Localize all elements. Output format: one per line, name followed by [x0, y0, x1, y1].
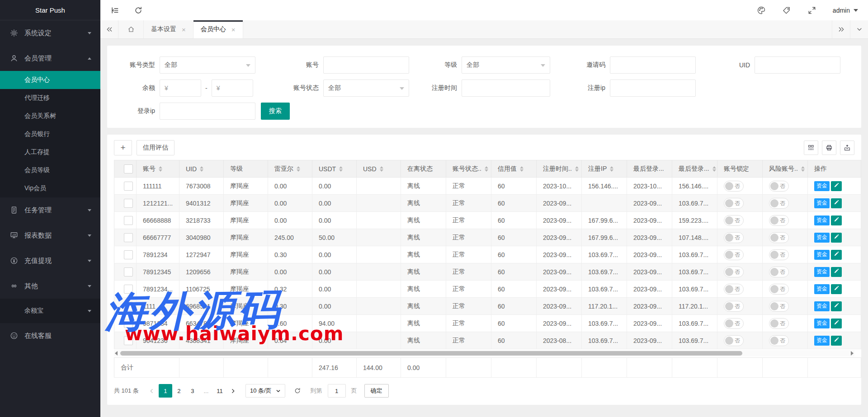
- tab-close-icon[interactable]: ×: [182, 26, 186, 33]
- print-icon[interactable]: [822, 141, 836, 155]
- lock-toggle[interactable]: 否: [724, 249, 744, 260]
- sort-icon[interactable]: [339, 166, 343, 172]
- row-checkbox[interactable]: [124, 319, 133, 328]
- login-ip-input[interactable]: [160, 103, 255, 120]
- sidebar-item-9[interactable]: 任务管理: [0, 197, 100, 223]
- register-ip-input[interactable]: [610, 80, 696, 97]
- balance-max-input[interactable]: [212, 80, 253, 97]
- tab-basic-settings[interactable]: 基本设置 ×: [144, 20, 193, 38]
- fund-button[interactable]: 资金: [814, 181, 830, 191]
- row-checkbox[interactable]: [124, 233, 133, 242]
- account-type-select[interactable]: 全部: [160, 56, 255, 74]
- fund-button[interactable]: 资金: [814, 216, 830, 225]
- sort-icon[interactable]: [712, 166, 716, 172]
- add-button[interactable]: +: [114, 140, 132, 155]
- admin-dropdown[interactable]: admin: [833, 7, 858, 14]
- risk-toggle[interactable]: 否: [769, 198, 789, 209]
- next-page-button[interactable]: [226, 384, 240, 398]
- risk-toggle[interactable]: 否: [769, 267, 789, 277]
- row-checkbox[interactable]: [124, 267, 133, 276]
- row-checkbox[interactable]: [124, 216, 133, 225]
- select-all-checkbox[interactable]: [124, 164, 133, 173]
- prev-page-button[interactable]: [145, 384, 159, 398]
- lock-toggle[interactable]: 否: [724, 181, 744, 192]
- sort-icon[interactable]: [200, 166, 203, 172]
- scrollbar-thumb[interactable]: [120, 351, 742, 356]
- sidebar-item-12[interactable]: 其他: [0, 273, 100, 299]
- risk-toggle[interactable]: 否: [769, 215, 789, 226]
- column-header-5[interactable]: USD: [357, 160, 401, 178]
- account-status-select[interactable]: 全部: [323, 80, 409, 97]
- risk-toggle[interactable]: 否: [769, 335, 789, 346]
- balance-min-input[interactable]: [160, 80, 201, 97]
- edit-button[interactable]: [831, 216, 842, 225]
- scroll-right-arrow-icon[interactable]: [851, 351, 854, 356]
- sort-icon[interactable]: [485, 166, 488, 172]
- sidebar-item-8[interactable]: Vip会员: [0, 179, 100, 197]
- sort-icon[interactable]: [575, 166, 579, 172]
- sidebar-item-14[interactable]: 在线客服: [0, 323, 100, 348]
- lock-toggle[interactable]: 否: [724, 301, 744, 312]
- fund-button[interactable]: 资金: [814, 198, 830, 208]
- lock-toggle[interactable]: 否: [724, 267, 744, 277]
- column-header-8[interactable]: 信用值: [491, 160, 537, 178]
- tag-icon[interactable]: [782, 6, 791, 15]
- sidebar-item-5[interactable]: 会员银行: [0, 125, 100, 143]
- menu-collapse-icon[interactable]: [110, 6, 119, 15]
- sidebar-item-3[interactable]: 代理迁移: [0, 89, 100, 107]
- edit-button[interactable]: [831, 319, 842, 328]
- sidebar-item-11[interactable]: 充值提现: [0, 248, 100, 273]
- column-header-3[interactable]: 雷亚尔: [268, 160, 312, 178]
- sort-icon[interactable]: [610, 166, 613, 172]
- fullscreen-icon[interactable]: [807, 6, 816, 15]
- edit-button[interactable]: [831, 301, 842, 311]
- page-button-3[interactable]: 3: [186, 384, 199, 398]
- row-checkbox[interactable]: [124, 199, 133, 208]
- lock-toggle[interactable]: 否: [724, 198, 744, 209]
- invite-code-input[interactable]: [610, 56, 696, 74]
- home-tab[interactable]: [118, 20, 144, 38]
- lock-toggle[interactable]: 否: [724, 335, 744, 346]
- goto-page-input[interactable]: [328, 384, 346, 398]
- row-checkbox[interactable]: [124, 250, 133, 259]
- fund-button[interactable]: 资金: [814, 301, 830, 311]
- sort-icon[interactable]: [297, 166, 300, 172]
- tab-member-center[interactable]: 会员中心 ×: [193, 20, 243, 38]
- risk-toggle[interactable]: 否: [769, 318, 789, 329]
- edit-button[interactable]: [831, 267, 842, 277]
- row-checkbox[interactable]: [124, 182, 133, 191]
- edit-button[interactable]: [831, 198, 842, 208]
- refresh-table-icon[interactable]: [291, 384, 304, 398]
- tabs-menu-button[interactable]: [850, 20, 868, 38]
- column-header-4[interactable]: USDT: [312, 160, 357, 178]
- register-time-input[interactable]: [462, 80, 550, 97]
- edit-button[interactable]: [831, 181, 842, 191]
- page-button-2[interactable]: 2: [172, 384, 186, 398]
- fund-button[interactable]: 资金: [814, 250, 830, 260]
- lock-toggle[interactable]: 否: [724, 232, 744, 243]
- page-button-1[interactable]: 1: [159, 384, 172, 398]
- sidebar-item-10[interactable]: 报表数据: [0, 223, 100, 248]
- column-header-7[interactable]: 账号状态..: [446, 160, 491, 178]
- fund-button[interactable]: 资金: [814, 233, 830, 243]
- lock-toggle[interactable]: 否: [724, 284, 744, 295]
- risk-toggle[interactable]: 否: [769, 249, 789, 260]
- lock-toggle[interactable]: 否: [724, 318, 744, 329]
- search-button[interactable]: 搜索: [261, 103, 290, 120]
- edit-button[interactable]: [831, 250, 842, 260]
- sidebar-item-7[interactable]: 会员等级: [0, 161, 100, 179]
- columns-icon[interactable]: [804, 141, 818, 155]
- page-button-11[interactable]: 11: [213, 384, 226, 398]
- sidebar-item-13[interactable]: 余额宝: [0, 299, 100, 323]
- account-input[interactable]: [323, 56, 409, 74]
- column-header-1[interactable]: UID: [179, 160, 224, 178]
- sort-icon[interactable]: [159, 166, 162, 172]
- sidebar-item-4[interactable]: 会员关系树: [0, 107, 100, 125]
- sidebar-item-2[interactable]: 会员中心: [0, 71, 100, 89]
- row-checkbox[interactable]: [124, 302, 133, 311]
- scroll-left-arrow-icon[interactable]: [115, 351, 118, 356]
- credit-evaluate-button[interactable]: 信用评估: [137, 140, 175, 155]
- risk-toggle[interactable]: 否: [769, 301, 789, 312]
- column-header-12[interactable]: 最后登录...: [672, 160, 717, 178]
- sidebar-item-6[interactable]: 人工存提: [0, 143, 100, 161]
